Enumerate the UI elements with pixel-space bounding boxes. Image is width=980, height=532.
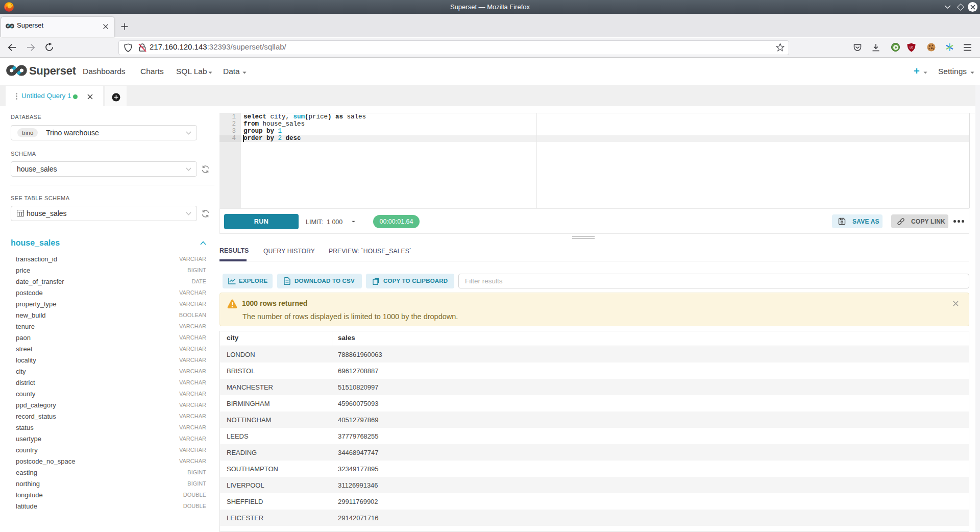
svg-text:u0: u0 [910,45,914,49]
